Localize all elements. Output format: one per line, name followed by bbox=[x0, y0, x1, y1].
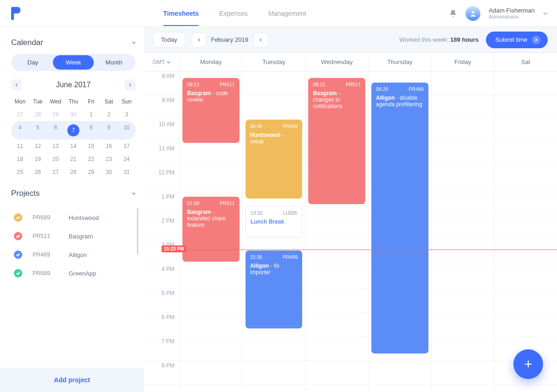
timezone-selector[interactable]: GMT bbox=[144, 53, 179, 71]
day-column[interactable]: 08:12PR511Basgram - code review01:08PR51… bbox=[179, 71, 242, 392]
time-slot[interactable] bbox=[432, 192, 494, 216]
calendar-event[interactable]: 08:26PR489Alligon - disable agenda prefi… bbox=[371, 83, 428, 353]
calendar-event[interactable]: 15:26PR489Alligon - fix importer bbox=[246, 251, 303, 328]
add-project-button[interactable]: Add project bbox=[0, 368, 144, 392]
mini-date-cell[interactable]: 17 bbox=[118, 140, 136, 153]
mini-date-cell[interactable]: 23 bbox=[100, 153, 117, 166]
mini-date-cell[interactable]: 19 bbox=[29, 153, 46, 166]
calendar-event[interactable]: 08:12PR511Basgram - code review bbox=[182, 78, 240, 143]
time-slot[interactable] bbox=[432, 313, 494, 337]
time-slot[interactable] bbox=[180, 168, 242, 192]
chevron-down-icon[interactable] bbox=[543, 11, 548, 16]
time-slot[interactable] bbox=[432, 361, 494, 385]
mini-date-cell[interactable]: 29 bbox=[82, 166, 100, 179]
time-slot[interactable] bbox=[494, 192, 557, 216]
time-slot[interactable] bbox=[494, 71, 557, 96]
mini-date-cell[interactable]: 13 bbox=[47, 140, 65, 153]
time-slot[interactable] bbox=[494, 144, 557, 168]
prev-week-button[interactable] bbox=[192, 32, 207, 47]
add-event-fab[interactable]: + bbox=[513, 349, 543, 379]
mini-date-cell[interactable]: 3 bbox=[118, 108, 136, 121]
time-slot[interactable] bbox=[432, 264, 494, 289]
day-column[interactable]: 08:12PR511Basgram - changes in notificat… bbox=[305, 71, 368, 392]
prev-month-button[interactable] bbox=[11, 79, 22, 90]
mini-date-cell[interactable]: 28 bbox=[29, 108, 46, 121]
mini-date-cell[interactable]: 25 bbox=[11, 166, 29, 179]
time-slot[interactable] bbox=[305, 216, 368, 240]
time-slot[interactable] bbox=[305, 240, 368, 264]
mini-date-cell[interactable]: 6 bbox=[47, 121, 65, 140]
mini-date-cell[interactable]: 30 bbox=[100, 166, 117, 179]
mini-date-cell[interactable]: 24 bbox=[118, 153, 136, 166]
user-meta[interactable]: Adam Fisherman Administrator bbox=[489, 7, 535, 19]
time-slot[interactable] bbox=[305, 361, 368, 385]
view-mode-day[interactable]: Day bbox=[13, 55, 53, 70]
time-slot[interactable] bbox=[243, 337, 305, 361]
view-mode-month[interactable]: Month bbox=[94, 55, 134, 70]
time-slot[interactable] bbox=[494, 168, 557, 192]
mini-date-cell[interactable]: 21 bbox=[65, 153, 82, 166]
project-item[interactable]: PR689GreenApp bbox=[11, 264, 136, 283]
today-button[interactable]: Today bbox=[153, 32, 185, 47]
project-item[interactable]: PR511Basgram bbox=[11, 227, 136, 245]
mini-date-cell[interactable]: 2 bbox=[100, 108, 117, 121]
day-column[interactable] bbox=[494, 71, 557, 392]
time-slot[interactable] bbox=[494, 264, 557, 289]
submit-time-button[interactable]: Submit time bbox=[486, 32, 548, 48]
time-slot[interactable] bbox=[180, 289, 242, 313]
mini-date-cell[interactable]: 11 bbox=[11, 140, 29, 153]
day-column[interactable] bbox=[431, 71, 494, 392]
calendar-event[interactable]: 09:49PR689Huntswood - setup bbox=[246, 120, 303, 199]
time-slot[interactable] bbox=[494, 216, 557, 240]
project-item[interactable]: PR689Huntswood bbox=[11, 208, 136, 227]
time-slot[interactable] bbox=[432, 337, 494, 361]
view-mode-week[interactable]: Week bbox=[53, 55, 93, 70]
mini-date-cell[interactable]: 4 bbox=[11, 121, 29, 140]
time-slot[interactable] bbox=[180, 337, 242, 361]
time-slot[interactable] bbox=[305, 313, 368, 337]
calendar-event[interactable]: 01:08PR511Basgram - extanded share featu… bbox=[182, 197, 240, 262]
nav-timesheets[interactable]: Timesheets bbox=[163, 1, 199, 26]
mini-date-cell[interactable]: 28 bbox=[65, 166, 82, 179]
time-slot[interactable] bbox=[369, 361, 431, 385]
mini-date-cell[interactable]: 1 bbox=[82, 108, 100, 121]
time-slot[interactable] bbox=[432, 168, 494, 192]
mini-date-cell[interactable]: 27 bbox=[47, 166, 65, 179]
next-week-button[interactable] bbox=[253, 32, 268, 47]
time-slot[interactable] bbox=[180, 361, 242, 385]
time-slot[interactable] bbox=[305, 337, 368, 361]
logo[interactable] bbox=[9, 7, 20, 20]
project-item[interactable]: PR489Alligon bbox=[11, 245, 136, 264]
mini-date-cell[interactable]: 31 bbox=[118, 166, 136, 179]
bell-icon[interactable] bbox=[449, 9, 457, 18]
mini-date-cell[interactable]: 30 bbox=[65, 108, 82, 121]
time-slot[interactable] bbox=[243, 361, 305, 385]
calendar-event[interactable]: 13:32LU005Lunch Break bbox=[246, 206, 303, 238]
projects-section-head[interactable]: Projects bbox=[11, 189, 136, 198]
nav-management[interactable]: Management bbox=[268, 1, 306, 26]
time-slot[interactable] bbox=[180, 144, 242, 168]
mini-date-cell[interactable]: 14 bbox=[65, 140, 82, 153]
mini-date-cell[interactable]: 16 bbox=[100, 140, 117, 153]
time-slot[interactable] bbox=[494, 240, 557, 264]
mini-date-cell[interactable]: 29 bbox=[47, 108, 65, 121]
time-slot[interactable] bbox=[494, 289, 557, 313]
scrollbar-thumb[interactable] bbox=[137, 208, 138, 255]
mini-date-cell[interactable]: 27 bbox=[11, 108, 29, 121]
mini-date-cell[interactable]: 7 bbox=[65, 121, 82, 140]
mini-date-cell[interactable]: 22 bbox=[82, 153, 100, 166]
calendar-event[interactable]: 08:12PR511Basgram - changes in notificat… bbox=[308, 78, 365, 204]
time-slot[interactable] bbox=[305, 289, 368, 313]
avatar[interactable] bbox=[466, 6, 480, 21]
time-slot[interactable] bbox=[494, 120, 557, 144]
time-slot[interactable] bbox=[180, 313, 242, 337]
time-slot[interactable] bbox=[432, 71, 494, 96]
calendar-section-head[interactable]: Calendar bbox=[11, 38, 136, 47]
time-slot[interactable] bbox=[305, 264, 368, 289]
mini-date-cell[interactable]: 8 bbox=[82, 121, 100, 140]
mini-date-cell[interactable]: 9 bbox=[100, 121, 117, 140]
time-slot[interactable] bbox=[243, 71, 305, 96]
mini-date-cell[interactable]: 10 bbox=[118, 121, 136, 140]
day-column[interactable]: 08:26PR489Alligon - disable agenda prefi… bbox=[368, 71, 431, 392]
time-slot[interactable] bbox=[432, 120, 494, 144]
